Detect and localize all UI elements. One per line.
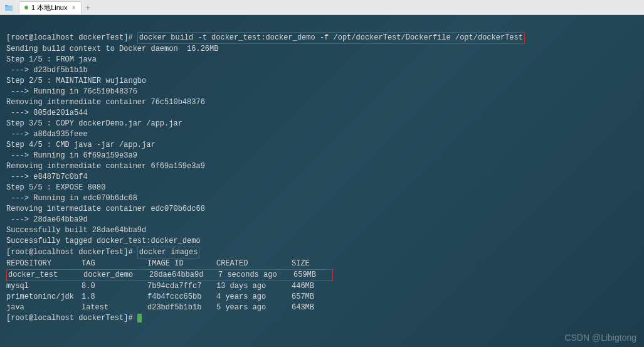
output-line: ---> a86da935feee <box>6 130 88 139</box>
status-dot-icon <box>24 6 28 9</box>
output-line: ---> Running in 6f69a159e3a9 <box>6 151 137 160</box>
tab-label: 1 本地Linux <box>31 3 67 13</box>
output-line: Step 4/5 : CMD java -jar /app.jar <box>6 141 156 149</box>
table-row: primetoninc/jdk1.8f4b4fccc65bb4 years ag… <box>6 292 329 301</box>
table-row-highlighted: docker_testdocker_demo28dae64bba9d7 seco… <box>6 269 333 281</box>
command-images: docker images <box>137 247 200 259</box>
table-row: mysql8.07b94cda7ffc713 days ago446MB <box>6 282 329 291</box>
shell-prompt: [root@localhost dockerTest]# <box>6 314 133 323</box>
folder-icon[interactable] <box>3 1 15 14</box>
shell-prompt: [root@localhost dockerTest]# <box>6 33 133 42</box>
output-line: ---> 805de201a544 <box>6 109 88 117</box>
output-line: Step 3/5 : COPY dockerDemo.jar /app.jar <box>6 119 182 128</box>
table-row: javalatestd23bdf5b1b1b5 years ago643MB <box>6 303 329 312</box>
command-build: docker build -t docker_test:docker_demo … <box>137 32 525 44</box>
output-line: Successfully tagged docker_test:docker_d… <box>6 237 201 245</box>
output-line: ---> Running in 76c510b48376 <box>6 87 137 96</box>
terminal-tab[interactable]: 1 本地Linux × <box>19 1 82 14</box>
output-line: Step 1/5 : FROM java <box>6 55 97 64</box>
output-line: Successfully built 28dae64bba9d <box>6 226 146 235</box>
watermark: CSDN @Libigtong <box>564 333 636 343</box>
output-line: Step 2/5 : MAINTAINER wujiangbo <box>6 77 146 85</box>
output-line: ---> e8487b7c0bf4 <box>6 173 88 181</box>
tab-bar: 1 本地Linux × + <box>0 0 644 15</box>
terminal-output[interactable]: [root@localhost dockerTest]# docker buil… <box>0 15 644 347</box>
output-line: Removing intermediate container edc070b6… <box>6 205 205 213</box>
output-line: Sending build context to Docker daemon 1… <box>6 45 218 53</box>
cursor <box>137 314 142 323</box>
output-line: ---> d23bdf5b1b1b <box>6 66 88 75</box>
output-line: Removing intermediate container 6f69a159… <box>6 162 205 171</box>
add-tab-button[interactable]: + <box>85 3 90 13</box>
output-line: Step 5/5 : EXPOSE 8080 <box>6 183 105 192</box>
output-line: ---> Running in edc070b6dc68 <box>6 194 137 203</box>
output-line: Removing intermediate container 76c510b4… <box>6 98 205 107</box>
output-line: ---> 28dae64bba9d <box>6 215 88 224</box>
shell-prompt: [root@localhost dockerTest]# <box>6 248 133 257</box>
close-icon[interactable]: × <box>71 4 75 11</box>
table-header: REPOSITORYTAGIMAGE IDCREATEDSIZE <box>6 259 329 268</box>
